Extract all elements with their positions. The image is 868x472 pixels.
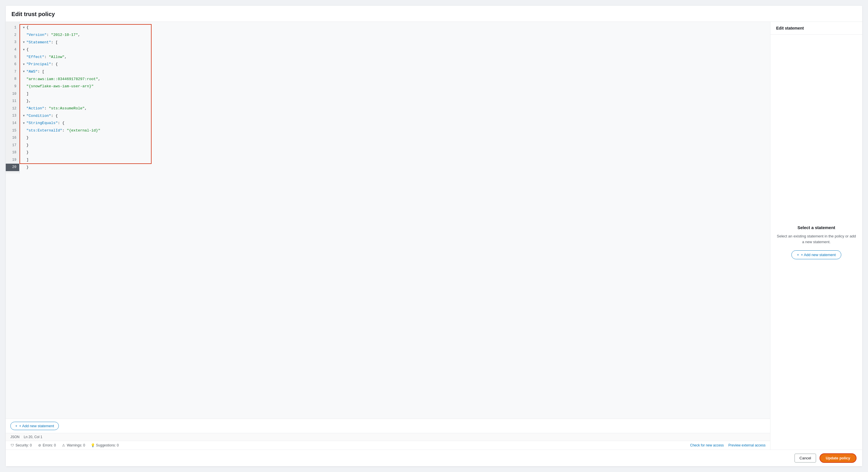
- line-number-9: 9: [6, 83, 19, 90]
- line-number-11: 11: [6, 98, 19, 105]
- fold-spacer-10: [23, 92, 26, 96]
- status-bar: JSON Ln 20, Col 1: [6, 433, 770, 441]
- code-line-19: ]: [20, 156, 770, 164]
- code-editor: 1234567891011121314151617181920 ▼ { "Ver…: [6, 22, 770, 173]
- line-number-3: 3: [6, 39, 19, 46]
- code-line-18: }: [20, 149, 770, 156]
- code-line-4: ▼ {: [20, 46, 770, 54]
- warnings-diag: ⚠ Warnings: 0: [62, 443, 85, 447]
- code-line-16: }: [20, 135, 770, 142]
- page-container: Edit trust policy 1234567891011121314151…: [6, 6, 862, 466]
- code-line-15: "sts:ExternalId": "{external-id}": [20, 127, 770, 135]
- code-line-1: ▼ {: [20, 24, 770, 32]
- add-statement-button-bottom[interactable]: + + Add new statement: [10, 422, 59, 430]
- code-line-10: ]: [20, 90, 770, 98]
- fold-spacer-12: [23, 106, 26, 111]
- position-label: Ln 20, Col 1: [24, 435, 42, 439]
- plus-icon-right: +: [797, 253, 799, 257]
- warning-icon: ⚠: [62, 443, 66, 447]
- code-line-14: ▼ "StringEquals": {: [20, 120, 770, 127]
- line-number-18: 18: [6, 149, 19, 156]
- code-line-11: },: [20, 98, 770, 105]
- fold-arrow-3[interactable]: ▼: [23, 40, 26, 45]
- fold-spacer-5: [23, 55, 26, 59]
- fold-arrow-1[interactable]: ▼: [23, 26, 26, 30]
- plus-icon: +: [15, 424, 18, 428]
- suggestions-label: Suggestions: 0: [96, 443, 119, 447]
- errors-diag: ⊘ Errors: 0: [38, 443, 56, 447]
- code-line-9: "{snowflake-aws-iam-user-arn}": [20, 83, 770, 90]
- add-statement-button-right[interactable]: + + Add new statement: [792, 250, 841, 259]
- shield-icon: 🛡: [10, 443, 14, 447]
- fold-spacer-20: [23, 165, 26, 170]
- fold-spacer-8: [23, 77, 26, 82]
- cancel-button[interactable]: Cancel: [795, 453, 816, 463]
- status-separator: [21, 435, 23, 439]
- warnings-label: Warnings: 0: [67, 443, 85, 447]
- add-statement-label-bottom: + Add new statement: [19, 424, 54, 428]
- line-number-10: 10: [6, 90, 19, 98]
- line-number-8: 8: [6, 76, 19, 83]
- fold-arrow-13[interactable]: ▼: [23, 114, 26, 118]
- select-statement-title: Select a statement: [797, 225, 835, 230]
- code-line-2: "Version": "2012-10-17",: [20, 32, 770, 39]
- line-number-6: 6: [6, 61, 19, 68]
- line-number-20: 20: [6, 164, 19, 171]
- error-icon: ⊘: [38, 443, 42, 447]
- code-block-wrapper: 1234567891011121314151617181920 ▼ { "Ver…: [6, 22, 770, 173]
- code-line-5: "Effect": "Allow",: [20, 53, 770, 61]
- suggestions-diag: 💡 Suggestions: 0: [91, 443, 119, 447]
- code-line-3: ▼ "Statement": [: [20, 39, 770, 46]
- main-area: 1234567891011121314151617181920 ▼ { "Ver…: [6, 22, 862, 450]
- check-new-access-link[interactable]: Check for new access: [690, 443, 724, 447]
- action-bar: Cancel Update policy: [6, 450, 862, 466]
- errors-label: Errors: 0: [43, 443, 56, 447]
- line-number-2: 2: [6, 32, 19, 39]
- fold-spacer-19: [23, 158, 26, 162]
- line-number-17: 17: [6, 142, 19, 149]
- code-line-13: ▼ "Condition": {: [20, 112, 770, 120]
- page-title: Edit trust policy: [6, 6, 862, 22]
- code-line-20: }: [20, 164, 770, 171]
- line-number-1: 1: [6, 24, 19, 32]
- select-statement-desc: Select an existing statement in the poli…: [776, 233, 857, 245]
- code-lines: ▼ { "Version": "2012-10-17",▼ "Statement…: [20, 22, 770, 173]
- editor-content[interactable]: 1234567891011121314151617181920 ▼ { "Ver…: [6, 22, 770, 419]
- preview-external-access-link[interactable]: Preview external access: [728, 443, 766, 447]
- update-policy-button[interactable]: Update policy: [819, 453, 857, 463]
- right-panel-body: Select a statement Select an existing st…: [770, 35, 862, 450]
- diagnostics-bar: 🛡 Security: 0 ⊘ Errors: 0 ⚠ Warnings: 0 …: [6, 441, 770, 450]
- right-panel-header: Edit statement: [770, 22, 862, 35]
- format-label: JSON: [10, 435, 20, 439]
- line-number-12: 12: [6, 105, 19, 113]
- code-line-8: "arn:aws:iam::834469178297:root",: [20, 76, 770, 83]
- editor-panel: 1234567891011121314151617181920 ▼ { "Ver…: [6, 22, 770, 450]
- lightbulb-icon: 💡: [91, 443, 95, 447]
- line-number-5: 5: [6, 53, 19, 61]
- diagnostics-left: 🛡 Security: 0 ⊘ Errors: 0 ⚠ Warnings: 0 …: [10, 443, 119, 447]
- code-line-6: ▼ "Principal": {: [20, 61, 770, 68]
- fold-arrow-6[interactable]: ▼: [23, 62, 26, 67]
- right-panel: Edit statement Select a statement Select…: [770, 22, 862, 450]
- diagnostics-right: Check for new access Preview external ac…: [690, 443, 766, 447]
- line-number-16: 16: [6, 135, 19, 142]
- line-number-19: 19: [6, 156, 19, 164]
- line-number-15: 15: [6, 127, 19, 135]
- editor-footer: + + Add new statement: [6, 419, 770, 433]
- fold-arrow-4[interactable]: ▼: [23, 48, 26, 52]
- code-line-7: ▼ "AWS": [: [20, 68, 770, 76]
- code-line-17: }: [20, 142, 770, 149]
- fold-spacer-18: [23, 150, 26, 155]
- code-line-12: "Action": "sts:AssumeRole",: [20, 105, 770, 113]
- add-statement-label-right: + Add new statement: [801, 253, 836, 257]
- line-number-7: 7: [6, 68, 19, 76]
- fold-arrow-14[interactable]: ▼: [23, 121, 26, 126]
- fold-spacer-2: [23, 33, 26, 37]
- fold-spacer-9: [23, 84, 26, 89]
- security-label: Security: 0: [16, 443, 32, 447]
- fold-spacer-17: [23, 143, 26, 148]
- line-numbers: 1234567891011121314151617181920: [6, 22, 20, 173]
- security-diag: 🛡 Security: 0: [10, 443, 32, 447]
- line-number-14: 14: [6, 120, 19, 127]
- fold-arrow-7[interactable]: ▼: [23, 69, 26, 74]
